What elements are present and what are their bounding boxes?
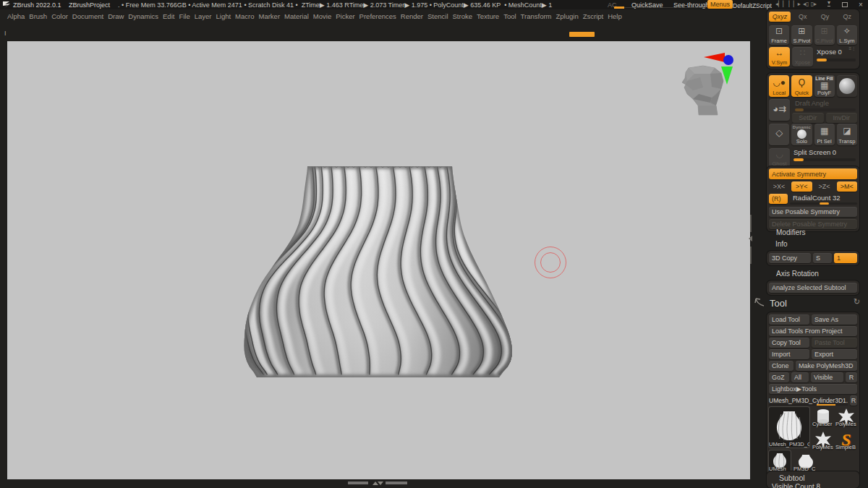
qx-button[interactable]: Qx (793, 12, 813, 22)
all-button[interactable]: All (791, 372, 809, 382)
load-tools-from-project-button[interactable]: Load Tools From Project (769, 326, 857, 336)
simplebrush-thumbnail[interactable]: S SimpleB (835, 430, 857, 450)
visible-button[interactable]: Visible (811, 372, 843, 382)
divider-arrows-icon[interactable]: ◂▏▏ ▏▏▸ (775, 1, 801, 7)
polymesh-star-thumbnail-2[interactable]: PolyMes (812, 430, 834, 450)
vscroll-top-bar[interactable] (750, 215, 752, 232)
export-button[interactable]: Export (812, 349, 857, 359)
menu-preferences[interactable]: Preferences (359, 12, 396, 20)
menu-color[interactable]: Color (51, 12, 68, 20)
menu-texture[interactable]: Texture (477, 12, 499, 20)
delete-posable-symmetry-button[interactable]: Delete Posable Symmetry (769, 219, 857, 229)
menu-material[interactable]: Material (284, 12, 309, 20)
import-button[interactable]: Import (769, 349, 809, 359)
vase-model[interactable] (237, 160, 515, 379)
activate-symmetry-button[interactable]: Activate Symmetry (769, 168, 857, 179)
copy-tool-button[interactable]: Copy Tool (769, 338, 809, 348)
small-tool-thumbnail-1[interactable]: UMesh_ (769, 450, 791, 472)
vscroll-arrows-icon[interactable] (747, 235, 753, 244)
menu-edit[interactable]: Edit (163, 12, 174, 20)
sym-x-button[interactable]: >X< (769, 181, 789, 192)
i-slider[interactable]: 1 (834, 253, 857, 263)
qy-button[interactable]: Qy (815, 12, 835, 22)
load-tool-button[interactable]: Load Tool (769, 314, 809, 325)
s-button[interactable]: S (813, 253, 832, 263)
doc-arrows-icon[interactable]: ◂▯ ▯▸ (803, 1, 817, 7)
perspective-button[interactable]: ◇ (769, 124, 789, 145)
document-canvas[interactable] (7, 41, 750, 479)
menus-button[interactable]: Menus (707, 0, 733, 9)
xpose-slider[interactable]: ≡⋮ Xpose 0 (815, 47, 857, 67)
hscroll-arrows-icon[interactable] (372, 480, 383, 486)
menu-zplugin[interactable]: Zplugin (556, 12, 579, 20)
draft-angle-slider[interactable]: Draft Angle (792, 99, 857, 107)
xpose-button[interactable]: ∷Xpose (792, 47, 813, 67)
material-preview[interactable] (837, 75, 857, 97)
menu-movie[interactable]: Movie (313, 12, 331, 20)
polymesh-star-thumbnail-1[interactable]: PolyMes (835, 407, 857, 427)
active-tool-thumbnail[interactable]: UMesh_PM3D_C (769, 407, 809, 448)
qxyz-button[interactable]: Qxyz (769, 12, 791, 22)
radial-r-button[interactable]: (R) (769, 194, 788, 204)
menu-alpha[interactable]: Alpha (7, 12, 25, 20)
quick-button[interactable]: ϘQuick (791, 75, 812, 97)
menu-transform[interactable]: Transform (521, 12, 552, 20)
current-r-button[interactable]: R (850, 395, 857, 406)
goz-button[interactable]: GoZ (769, 372, 789, 382)
current-tool-slider[interactable]: UMesh_PM3D_Cylinder3D1. (769, 395, 848, 406)
menu-help[interactable]: Help (608, 12, 622, 20)
current-tool-handle[interactable] (817, 404, 835, 406)
radialcount-handle[interactable] (820, 202, 829, 205)
local-button[interactable]: ◡●Local (769, 75, 789, 97)
analyze-selected-subtool-button[interactable]: Analyze Selected Subtool (769, 283, 857, 293)
qz-button[interactable]: Qz (837, 12, 857, 22)
split-slider-handle[interactable] (793, 158, 804, 161)
menu-render[interactable]: Render (401, 12, 423, 20)
menu-stroke[interactable]: Stroke (453, 12, 472, 20)
menu-brush[interactable]: Brush (29, 12, 47, 20)
invdir-button[interactable]: InvDir (826, 113, 858, 123)
xpose-slider-handle[interactable] (817, 59, 827, 61)
solo-button[interactable]: DynamicSolo (791, 124, 812, 145)
axis-rotation-label[interactable]: Axis Rotation (776, 270, 819, 278)
menu-layer[interactable]: Layer (195, 12, 212, 20)
lsym-button[interactable]: ✧L.Sym (837, 25, 857, 45)
sym-z-button[interactable]: >Z< (814, 181, 835, 192)
backface-button[interactable]: ◕⇉ (769, 99, 790, 121)
copy-3d-button[interactable]: 3D Copy (769, 253, 811, 263)
hscroll-right-bar[interactable] (386, 481, 407, 484)
polyf-button[interactable]: Line Fill▦PolyF (814, 75, 835, 97)
subtool-header[interactable]: Subtool (769, 474, 857, 482)
menu-picker[interactable]: Picker (336, 12, 354, 20)
menu-zscript[interactable]: Zscript (583, 12, 604, 20)
minimize-icon[interactable]: ▾ (827, 0, 830, 7)
menu-file[interactable]: File (179, 12, 190, 20)
make-polymesh3d-button[interactable]: Make PolyMesh3D (796, 361, 857, 371)
cylinder-tool-thumbnail[interactable]: Cylinder (812, 407, 834, 427)
clone-button[interactable]: Clone (769, 361, 793, 371)
small-tool-thumbnail-2[interactable]: PM3D_C (793, 450, 818, 472)
menu-marker[interactable]: Marker (259, 12, 281, 20)
tool-collapse-arrow-icon[interactable] (754, 296, 765, 308)
menu-draw[interactable]: Draw (108, 12, 124, 20)
sym-m-button[interactable]: >M< (837, 181, 857, 192)
menu-dynamics[interactable]: Dynamics (128, 12, 158, 20)
menu-stencil[interactable]: Stencil (427, 12, 448, 20)
use-posable-symmetry-button[interactable]: Use Posable Symmetry (769, 207, 857, 217)
info-label[interactable]: Info (775, 240, 788, 248)
setdir-button[interactable]: SetDir (792, 113, 824, 123)
restore-icon[interactable] (842, 2, 848, 7)
see-through-slider-handle[interactable] (614, 7, 624, 9)
vsym-button[interactable]: ↔V.Sym (769, 47, 790, 67)
split-screen-slider[interactable]: Split Screen 0 (792, 148, 857, 168)
tool-section-header[interactable]: Tool (770, 298, 787, 309)
menu-light[interactable]: Light (216, 12, 231, 20)
close-icon[interactable]: × (859, 1, 863, 9)
hscroll-left-bar[interactable] (348, 481, 368, 484)
menu-document[interactable]: Document (72, 12, 103, 20)
sym-y-button[interactable]: >Y< (791, 181, 812, 192)
cpivot-button[interactable]: ⊞C.Pivot (814, 25, 835, 45)
ghost-button[interactable]: ◡Ghost (769, 148, 790, 168)
lightbox-tools-button[interactable]: Lightbox▶Tools (769, 384, 857, 394)
modifiers-label[interactable]: Modifiers (776, 228, 806, 236)
